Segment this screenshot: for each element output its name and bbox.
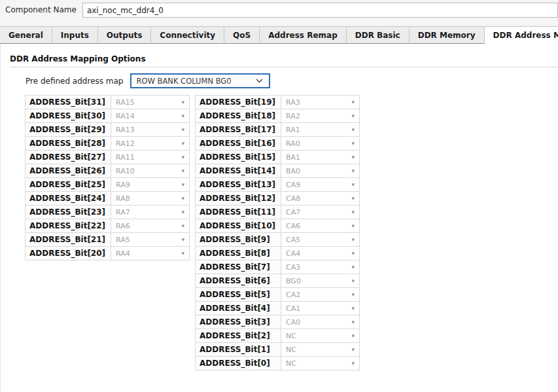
address-bit-select[interactable]: BA1▾ [281, 151, 359, 164]
address-bit-select[interactable]: CA0▾ [281, 315, 359, 329]
address-bit-row: ADDRESS_Bit[12]CA8▾ [195, 191, 360, 205]
address-bit-select[interactable]: CA4▾ [281, 247, 359, 260]
tab-general[interactable]: General [0, 27, 52, 44]
address-bit-select[interactable]: NC▾ [281, 357, 359, 370]
address-bit-select[interactable]: RA15▾ [111, 96, 189, 109]
chevron-down-icon [256, 79, 263, 83]
predefined-address-map-combobox[interactable]: ROW BANK COLUMN BG0 [130, 73, 270, 88]
address-bit-value: RA12 [116, 139, 135, 148]
dropdown-arrow-icon: ▾ [351, 306, 355, 312]
address-bit-select[interactable]: RA6▾ [111, 219, 189, 232]
tab-address-remap[interactable]: Address Remap [260, 27, 347, 44]
address-bit-row: ADDRESS_Bit[26]RA10▾ [25, 164, 190, 178]
address-bit-select[interactable]: RA12▾ [111, 137, 189, 150]
address-bit-value: RA7 [116, 208, 130, 217]
address-bit-row: ADDRESS_Bit[28]RA12▾ [25, 136, 190, 151]
address-bit-select[interactable]: RA14▾ [111, 109, 189, 122]
predefined-address-map-value: ROW BANK COLUMN BG0 [137, 77, 232, 86]
address-bit-value: RA2 [286, 112, 300, 120]
address-bit-label: ADDRESS_Bit[16] [196, 137, 281, 150]
address-bit-select[interactable]: RA8▾ [111, 192, 189, 205]
address-bit-value: RA10 [116, 167, 135, 175]
address-bit-value: RA13 [116, 126, 135, 134]
predefined-address-map-row: Pre defined address map ROW BANK COLUMN … [26, 73, 558, 88]
tab-qos[interactable]: QoS [224, 27, 260, 44]
address-bit-row: ADDRESS_Bit[10]CA6▾ [195, 219, 360, 233]
dropdown-arrow-icon: ▾ [181, 141, 184, 147]
component-name-bar: Component Name [0, 0, 558, 26]
address-bit-label: ADDRESS_Bit[27] [26, 151, 111, 164]
address-bit-select[interactable]: RA1▾ [281, 123, 359, 136]
address-bit-row: ADDRESS_Bit[17]RA1▾ [195, 122, 360, 137]
address-bit-label: ADDRESS_Bit[4] [196, 302, 281, 315]
address-bit-select[interactable]: RA0▾ [281, 137, 359, 150]
address-bit-value: RA9 [116, 181, 130, 189]
address-bit-value: RA8 [116, 194, 130, 203]
address-bit-label: ADDRESS_Bit[19] [196, 96, 281, 109]
address-bit-label: ADDRESS_Bit[31] [26, 96, 111, 109]
predefined-address-map-label: Pre defined address map [26, 77, 124, 86]
address-bit-value: CA2 [286, 291, 300, 299]
address-bit-row: ADDRESS_Bit[7]CA3▾ [195, 260, 360, 274]
address-bit-select[interactable]: RA2▾ [281, 109, 359, 122]
address-bit-row: ADDRESS_Bit[18]RA2▾ [195, 109, 360, 123]
dropdown-arrow-icon: ▾ [181, 113, 184, 119]
dropdown-arrow-icon: ▾ [351, 264, 355, 270]
address-bit-row: ADDRESS_Bit[4]CA1▾ [195, 301, 360, 315]
address-bit-select[interactable]: CA1▾ [281, 302, 359, 315]
address-bit-label: ADDRESS_Bit[8] [196, 247, 281, 260]
ddr-address-mapping-panel: DDR Address Mapping Options Pre defined … [0, 44, 558, 392]
tab-ddr-memory[interactable]: DDR Memory [410, 27, 485, 44]
dropdown-arrow-icon: ▾ [351, 251, 355, 257]
address-bit-select[interactable]: CA5▾ [281, 233, 359, 246]
address-bit-select[interactable]: RA7▾ [111, 205, 189, 219]
address-bit-select[interactable]: CA7▾ [281, 205, 359, 219]
address-bit-select[interactable]: CA2▾ [281, 288, 359, 301]
dropdown-arrow-icon: ▾ [351, 319, 355, 325]
address-bit-select[interactable]: RA10▾ [111, 164, 189, 177]
address-bit-select[interactable]: RA11▾ [111, 151, 189, 164]
dropdown-arrow-icon: ▾ [181, 154, 184, 160]
component-name-input[interactable] [82, 3, 558, 18]
address-bit-select[interactable]: NC▾ [281, 329, 359, 342]
section-title: DDR Address Mapping Options [10, 54, 558, 63]
address-bit-select[interactable]: RA5▾ [111, 233, 189, 246]
component-name-label: Component Name [5, 3, 77, 18]
address-bit-row: ADDRESS_Bit[13]CA9▾ [195, 177, 360, 192]
address-bit-select[interactable]: NC▾ [281, 343, 359, 356]
tab-connectivity[interactable]: Connectivity [151, 27, 224, 44]
address-bit-value: CA0 [286, 318, 300, 327]
address-map-column-right: ADDRESS_Bit[19]RA3▾ADDRESS_Bit[18]RA2▾AD… [195, 95, 360, 370]
address-bit-value: NC [286, 346, 296, 354]
address-bit-row: ADDRESS_Bit[31]RA15▾ [25, 95, 190, 109]
dropdown-arrow-icon: ▾ [351, 361, 355, 366]
address-bit-label: ADDRESS_Bit[28] [26, 137, 111, 150]
address-bit-label: ADDRESS_Bit[21] [26, 233, 111, 246]
address-bit-label: ADDRESS_Bit[3] [196, 315, 281, 329]
address-map-tables: ADDRESS_Bit[31]RA15▾ADDRESS_Bit[30]RA14▾… [25, 95, 558, 370]
address-bit-select[interactable]: BG0▾ [281, 274, 359, 287]
address-bit-value: CA9 [286, 181, 300, 189]
tab-ddr-basic[interactable]: DDR Basic [347, 27, 410, 44]
dropdown-arrow-icon: ▾ [351, 209, 355, 215]
dropdown-arrow-icon: ▾ [351, 347, 355, 353]
address-bit-row: ADDRESS_Bit[21]RA5▾ [25, 232, 190, 247]
tab-inputs[interactable]: Inputs [52, 27, 98, 44]
address-bit-select[interactable]: CA8▾ [281, 192, 359, 205]
address-bit-select[interactable]: CA9▾ [281, 178, 359, 191]
dropdown-arrow-icon: ▾ [351, 292, 355, 298]
address-bit-label: ADDRESS_Bit[11] [196, 205, 281, 219]
address-bit-value: CA3 [286, 263, 300, 272]
tab-ddr-address-mapping[interactable]: DDR Address Mapping [485, 27, 558, 44]
address-bit-select[interactable]: CA3▾ [281, 260, 359, 274]
dropdown-arrow-icon: ▾ [351, 196, 355, 202]
address-bit-select[interactable]: RA9▾ [111, 178, 189, 191]
dropdown-arrow-icon: ▾ [181, 237, 184, 243]
address-bit-value: NC [286, 332, 296, 340]
address-bit-select[interactable]: CA6▾ [281, 219, 359, 232]
tab-outputs[interactable]: Outputs [98, 27, 152, 44]
address-bit-select[interactable]: RA4▾ [111, 247, 189, 260]
address-bit-select[interactable]: RA13▾ [111, 123, 189, 136]
address-bit-select[interactable]: BA0▾ [281, 164, 359, 177]
address-bit-select[interactable]: RA3▾ [281, 96, 359, 109]
